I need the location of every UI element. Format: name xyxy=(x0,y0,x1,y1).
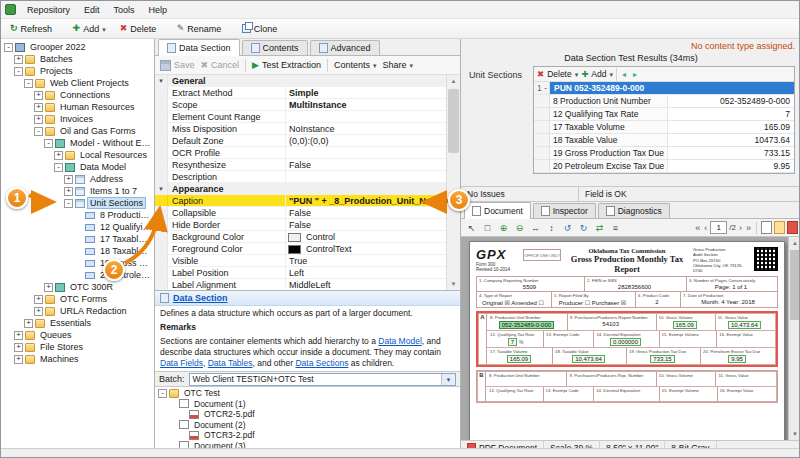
tree-item[interactable]: + OTC Forms xyxy=(1,293,154,305)
results-delete-button[interactable]: Delete xyxy=(537,69,578,79)
property-row[interactable]: Collapsible False xyxy=(155,207,460,219)
expander-icon[interactable]: - xyxy=(44,139,53,148)
tree-item[interactable]: - Model - Without Expressions xyxy=(1,137,154,149)
tree-item[interactable]: + Human Resources xyxy=(1,101,154,113)
property-value[interactable]: Control xyxy=(303,231,460,242)
expander-icon[interactable]: + xyxy=(64,175,73,184)
expander-icon[interactable]: + xyxy=(64,187,73,196)
rename-button[interactable]: Rename xyxy=(173,23,232,35)
sync-icon[interactable] xyxy=(592,221,607,235)
menu-help[interactable]: Help xyxy=(142,3,175,17)
batch-item[interactable]: OTCR2-5.pdf xyxy=(155,409,460,420)
pdf-view-icon[interactable] xyxy=(787,221,798,234)
tab-document[interactable]: Document xyxy=(464,202,531,219)
result-field-value[interactable]: 9.95 xyxy=(668,160,794,172)
property-value[interactable]: True xyxy=(286,255,460,266)
expander-icon[interactable]: + xyxy=(34,91,43,100)
cancel-button[interactable]: Cancel xyxy=(201,60,240,70)
tree-item[interactable]: + Queues xyxy=(1,329,154,341)
fit-width-icon[interactable] xyxy=(528,221,543,235)
result-field-row[interactable]: 18 Taxable Value 10473.64 xyxy=(534,134,794,147)
dropdown-caret-icon[interactable] xyxy=(441,374,455,385)
result-field-value[interactable]: 7 xyxy=(668,108,794,120)
scroll-down-icon[interactable] xyxy=(447,278,460,290)
menu-repository[interactable]: Repository xyxy=(20,3,77,17)
expander-icon[interactable]: + xyxy=(44,283,53,292)
property-value[interactable]: (0,0):(0,0) xyxy=(286,135,460,146)
result-field-row[interactable]: 12 Qualifying Tax Rate 7 xyxy=(534,108,794,121)
property-grid-scrollbar[interactable] xyxy=(446,75,460,290)
expander-icon[interactable]: - xyxy=(14,67,23,76)
tab-data-section[interactable]: Data Section xyxy=(158,39,240,56)
expander-icon[interactable]: + xyxy=(14,343,23,352)
document-viewer[interactable]: GPX Form 300 Revised 10-2014 OFFICE USE … xyxy=(461,237,800,440)
help-title-link[interactable]: Data Section xyxy=(173,293,228,303)
save-button[interactable]: Save xyxy=(160,60,195,71)
next-result-icon[interactable]: ▸ xyxy=(631,70,639,79)
batch-item[interactable]: Document (1) xyxy=(155,399,460,410)
expander-icon[interactable]: + xyxy=(34,115,43,124)
property-row[interactable]: OCR Profile xyxy=(155,147,460,159)
tree-item[interactable]: + Address xyxy=(1,173,154,185)
property-row[interactable]: Label Position Left xyxy=(155,267,460,279)
property-row[interactable]: General xyxy=(155,75,460,87)
property-value[interactable] xyxy=(286,111,460,122)
property-row[interactable]: Foreground Color ControlText xyxy=(155,243,460,255)
tree-item[interactable]: + OTC 300R xyxy=(1,281,154,293)
single-page-view-icon[interactable] xyxy=(761,221,772,234)
property-value[interactable]: "PUN " + _8_Production_Unit_Numb xyxy=(286,195,460,206)
expander-icon[interactable]: + xyxy=(24,319,33,328)
tree-item[interactable]: 19 Gross Production Tax Due xyxy=(1,257,154,269)
result-field-row[interactable]: 20 Petroleum Excise Tax Due 9.95 xyxy=(534,160,794,173)
tree-item[interactable]: + Connections xyxy=(1,89,154,101)
tree-item[interactable]: + Essentials xyxy=(1,317,154,329)
data-model-link[interactable]: Data Model xyxy=(378,336,421,346)
property-row[interactable]: Scope MultiInstance xyxy=(155,99,460,111)
tree-item[interactable]: 20 Petroleum Excise Tax Due xyxy=(1,269,154,281)
property-row[interactable]: Background Color Control xyxy=(155,231,460,243)
menu-tools[interactable]: Tools xyxy=(107,3,142,17)
tree-item[interactable]: - Grooper 2022 xyxy=(1,41,154,53)
scroll-down-icon[interactable] xyxy=(789,428,800,440)
expander-icon[interactable]: - xyxy=(54,163,63,172)
property-row[interactable]: Default Zone (0,0):(0,0) xyxy=(155,135,460,147)
add-button[interactable]: Add xyxy=(69,23,110,35)
expander-icon[interactable]: - xyxy=(24,79,33,88)
contents-menu-button[interactable]: Contents xyxy=(334,60,377,70)
result-field-value[interactable]: 733.15 xyxy=(668,147,794,159)
property-row[interactable]: Hide Border False xyxy=(155,219,460,231)
tree-item[interactable]: + File Stores xyxy=(1,341,154,353)
tree-item[interactable]: 17 Taxable Volume xyxy=(1,233,154,245)
data-tables-link[interactable]: Data Tables xyxy=(208,358,253,368)
next-page-icon[interactable]: › xyxy=(738,223,743,233)
expander-icon[interactable]: - xyxy=(4,43,13,52)
first-page-icon[interactable]: « xyxy=(694,223,701,233)
zoom-in-icon[interactable] xyxy=(496,221,511,235)
property-value[interactable]: MultiInstance xyxy=(286,99,460,110)
fit-height-icon[interactable] xyxy=(544,221,559,235)
property-row[interactable]: Visible True xyxy=(155,255,460,267)
expander-icon[interactable]: - xyxy=(64,199,73,208)
property-value[interactable]: NoInstance xyxy=(286,123,460,134)
batch-item[interactable]: OTCR3-2.pdf xyxy=(155,430,460,441)
tab-inspector[interactable]: Inspector xyxy=(533,203,596,218)
property-value[interactable]: False xyxy=(286,207,460,218)
page-number-input[interactable]: 1 xyxy=(710,221,727,234)
expander-icon[interactable]: + xyxy=(54,151,63,160)
tree-item[interactable]: + Machines xyxy=(1,353,154,365)
last-page-icon[interactable]: » xyxy=(745,223,752,233)
annotations-view-icon[interactable] xyxy=(774,221,785,234)
result-field-value[interactable]: 052-352489-0-000 xyxy=(668,95,794,107)
tree-item[interactable]: + Batches xyxy=(1,53,154,65)
result-field-value[interactable]: 10473.64 xyxy=(668,134,794,146)
zoom-out-icon[interactable] xyxy=(512,221,527,235)
result-field-row[interactable]: 19 Gross Production Tax Due 733.15 xyxy=(534,147,794,160)
property-row[interactable]: Resynthesize False xyxy=(155,159,460,171)
expander-icon[interactable]: + xyxy=(34,295,43,304)
tree-item[interactable]: - Web Client Projects xyxy=(1,77,154,89)
results-add-button[interactable]: Add xyxy=(581,69,613,79)
share-menu-button[interactable]: Share xyxy=(383,60,414,70)
tree-item[interactable]: 12 Qualifying Tax Rate xyxy=(1,221,154,233)
prev-result-icon[interactable]: ◂ xyxy=(620,70,628,79)
property-row[interactable]: Label Alignment MiddleLeft xyxy=(155,279,460,291)
